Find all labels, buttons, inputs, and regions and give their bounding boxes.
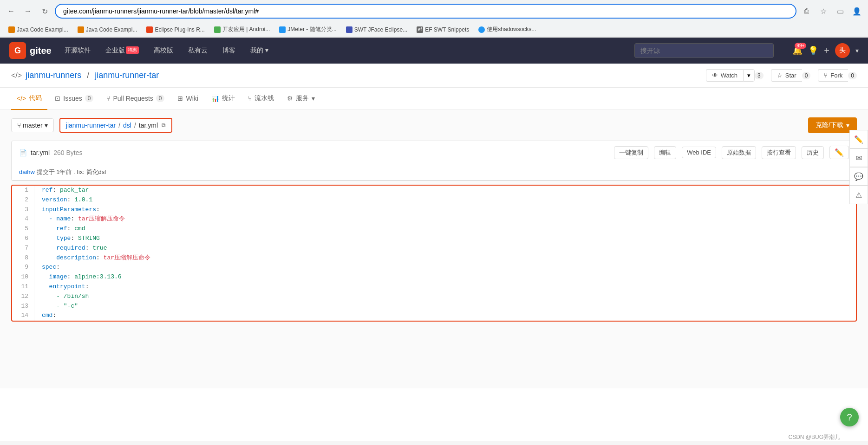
line-number: 10 (12, 272, 34, 282)
sidebar-chat-icon[interactable]: 💬 (849, 167, 868, 186)
issues-badge: 0 (85, 95, 94, 102)
edit-button[interactable]: 编辑 (654, 146, 676, 159)
watch-dropdown[interactable]: ▾ (743, 69, 755, 82)
line-content: ref: cmd (34, 224, 856, 234)
notification-count: 99+ (795, 43, 806, 49)
line-number: 12 (12, 292, 34, 302)
code-line: 2version: 1.0.1 (12, 195, 856, 205)
commit-time: 提交于 1年前 (37, 168, 72, 175)
window-icon[interactable]: ▭ (834, 5, 847, 18)
path-repo[interactable]: jianmu-runner-tar (66, 122, 116, 129)
code-line: 9spec: (12, 263, 856, 272)
avatar-dropdown[interactable]: ▾ (855, 47, 859, 54)
search-input[interactable] (634, 43, 774, 58)
dev-icon (214, 26, 221, 33)
eclipse-icon (146, 26, 153, 33)
forward-button[interactable]: → (21, 5, 34, 18)
file-path: jianmu-runner-tar / dsl / tar.yml ⧉ (59, 118, 172, 133)
fork-button[interactable]: ⑂ Fork (818, 69, 848, 82)
code-line: 13 - "-c" (12, 302, 856, 311)
line-number: 11 (12, 282, 34, 292)
line-content: version: 1.0.1 (34, 195, 856, 205)
code-line: 6 type: STRING (12, 234, 856, 244)
copy-path-button[interactable]: ⧉ (162, 122, 166, 129)
bookmark-icon[interactable]: ☆ (817, 5, 830, 18)
lineby-button[interactable]: 按行查看 (762, 146, 796, 159)
lightbulb-icon[interactable]: 💡 (808, 45, 818, 56)
plus-button[interactable]: + (824, 45, 829, 56)
address-bar[interactable] (55, 4, 796, 19)
history-button[interactable]: 历史 (802, 146, 824, 159)
repo-name-link[interactable]: jianmu-runner-tar (95, 71, 159, 80)
content-area: ⑂ master ▾ jianmu-runner-tar / dsl / tar… (0, 110, 868, 388)
tab-pullrequests[interactable]: ⑂ Pull Requests 0 (101, 88, 170, 110)
avatar[interactable]: 头 (835, 43, 850, 58)
nav-blog[interactable]: 博客 (221, 43, 237, 58)
tab-issues[interactable]: ⊡ Issues 0 (49, 88, 99, 110)
branch-selector[interactable]: ⑂ master ▾ (11, 118, 54, 132)
bookmark-eclipse[interactable]: Eclipse Plug-ins R... (143, 25, 208, 34)
tab-pipeline[interactable]: ⑂ 流水线 (242, 88, 280, 110)
account-icon[interactable]: 👤 (850, 5, 863, 18)
bookmark-jmeter[interactable]: JMeter - 随笔分类... (275, 24, 340, 35)
code-line: 5 ref: cmd (12, 224, 856, 234)
file-doc-icon: 📄 (19, 149, 27, 156)
repo-title: </> jianmu-runners / jianmu-runner-tar (11, 71, 159, 80)
nav-mine[interactable]: 我的 ▾ (248, 43, 270, 58)
repo-owner-link[interactable]: jianmu-runners (26, 71, 81, 80)
nav-university[interactable]: 高校版 (152, 43, 175, 58)
path-folder[interactable]: dsl (123, 122, 131, 129)
sidebar-mail-icon[interactable]: ✉ (849, 148, 868, 167)
tab-stats[interactable]: 📊 统计 (206, 88, 241, 110)
nav-private[interactable]: 私有云 (186, 43, 209, 58)
commit-author[interactable]: daihw (19, 168, 35, 175)
jmeter-icon (279, 26, 286, 33)
gitee-logo-icon: G (9, 42, 26, 59)
bookmark-java2[interactable]: Java Code Exampl... (74, 25, 141, 34)
line-content: image: alpine:3.13.6 (34, 272, 856, 282)
star-count: 0 (802, 72, 811, 79)
bookmark-ef[interactable]: ef EF SWT Snippets (413, 25, 473, 34)
line-content: - "-c" (34, 302, 856, 311)
code-line: 12 - /bin/sh (12, 292, 856, 302)
notification-icon[interactable]: 🔔 99+ (792, 45, 803, 56)
edit-icon-button[interactable]: ✏️ (829, 146, 849, 159)
line-content: entrypoint: (34, 282, 856, 292)
repo-actions: 👁 Watch ▾ 3 ☆ Star 0 ⑂ Fork 0 (706, 69, 857, 82)
sidebar-edit-icon[interactable]: ✏️ (849, 130, 868, 148)
tab-wiki[interactable]: ⊞ Wiki (172, 88, 203, 110)
pipeline-icon: ⑂ (248, 95, 252, 102)
copy-all-button[interactable]: 一键复制 (614, 146, 648, 159)
commit-message: fix: 简化dsl (77, 168, 106, 175)
tab-services[interactable]: ⚙ 服务 ▾ (281, 88, 320, 110)
services-icon: ⚙ (287, 95, 293, 102)
tab-code[interactable]: </> 代码 (11, 88, 47, 110)
nav-enterprise[interactable]: 企业版 特惠 (104, 43, 141, 58)
bookmark-shadow[interactable]: 使用shadowsocks... (475, 24, 540, 35)
bookmark-dev[interactable]: 开发应用 | Androi... (210, 24, 274, 35)
nav-opensource[interactable]: 开源软件 (63, 43, 92, 58)
repo-icon: </> (11, 71, 22, 80)
bookmark-swt[interactable]: SWT JFace Eclipse... (342, 25, 411, 34)
line-number: 4 (12, 214, 34, 224)
pr-badge: 0 (156, 95, 165, 102)
line-number: 3 (12, 205, 34, 215)
star-button[interactable]: ☆ Star (771, 69, 802, 82)
line-content: description: tar压缩解压命令 (34, 253, 856, 263)
raw-button[interactable]: 原始数据 (722, 146, 756, 159)
watch-button[interactable]: 👁 Watch (706, 69, 743, 82)
line-number: 5 (12, 224, 34, 234)
help-button[interactable]: ? (840, 408, 859, 426)
webide-button[interactable]: Web IDE (682, 147, 716, 158)
refresh-button[interactable]: ↻ (38, 5, 51, 18)
code-line: 7 required: true (12, 244, 856, 253)
java-icon (8, 26, 15, 33)
bookmark-java1[interactable]: Java Code Exampl... (5, 25, 72, 34)
sidebar-alert-icon[interactable]: ⚠ (849, 186, 868, 204)
share-icon[interactable]: ⎙ (800, 5, 813, 18)
back-button[interactable]: ← (5, 5, 18, 18)
code-icon: </> (17, 95, 26, 102)
swt-icon (346, 26, 352, 33)
gitee-logo[interactable]: G gitee (9, 42, 52, 59)
file-name: tar.yml (31, 149, 50, 156)
